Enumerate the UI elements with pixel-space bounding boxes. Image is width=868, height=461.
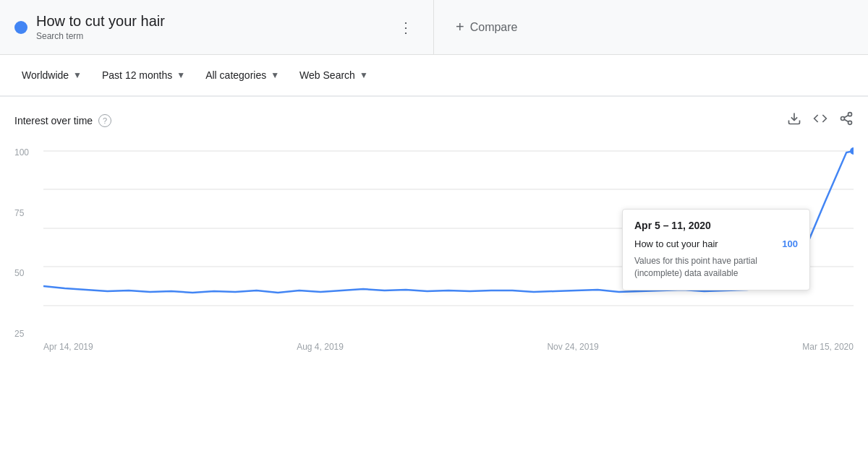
location-filter[interactable]: Worldwide ▼ <box>14 65 89 85</box>
svg-point-3 <box>848 121 852 124</box>
chart-actions <box>787 111 854 129</box>
tooltip-note: Values for this point have partial (inco… <box>634 255 798 280</box>
y-label-75: 75 <box>14 208 43 218</box>
more-options-icon[interactable]: ⋮ <box>393 16 419 39</box>
categories-filter[interactable]: All categories ▼ <box>198 65 286 85</box>
plus-icon: + <box>456 19 464 35</box>
chart-tooltip: Apr 5 – 11, 2020 How to cut your hair 10… <box>622 209 810 290</box>
embed-icon[interactable] <box>813 111 827 129</box>
search-type-filter-label: Web Search <box>299 69 355 81</box>
x-label-aug2019: Aug 4, 2019 <box>297 342 344 352</box>
x-label-apr2019: Apr 14, 2019 <box>43 342 93 352</box>
period-filter-label: Past 12 months <box>102 69 172 81</box>
chart-section: Interest over time ? 100 75 50 25 <box>0 97 868 389</box>
compare-label: Compare <box>470 21 518 34</box>
compare-section[interactable]: + Compare <box>434 6 540 48</box>
search-type-filter[interactable]: Web Search ▼ <box>292 65 375 85</box>
search-term-title: How to cut your hair <box>36 13 384 30</box>
tooltip-date-range: Apr 5 – 11, 2020 <box>634 220 798 231</box>
x-label-nov2019: Nov 24, 2019 <box>547 342 598 352</box>
period-chevron-icon: ▼ <box>176 70 185 80</box>
filter-bar: Worldwide ▼ Past 12 months ▼ All categor… <box>0 55 868 97</box>
term-text: How to cut your hair Search term <box>36 13 384 41</box>
svg-point-11 <box>850 147 854 155</box>
search-term-section: How to cut your hair Search term ⋮ <box>0 0 434 54</box>
term-indicator-dot <box>14 21 27 34</box>
tooltip-term-value: 100 <box>782 238 798 249</box>
svg-line-4 <box>844 119 848 121</box>
svg-point-2 <box>841 117 845 121</box>
y-label-100: 100 <box>14 147 43 158</box>
tooltip-data-row: How to cut your hair 100 <box>634 238 798 249</box>
x-axis-labels: Apr 14, 2019 Aug 4, 2019 Nov 24, 2019 Ma… <box>14 339 854 352</box>
categories-filter-label: All categories <box>205 69 266 81</box>
chart-container: 100 75 50 25 Apr 14, 2019 Aug 4, 2019 No… <box>14 137 854 382</box>
location-filter-label: Worldwide <box>22 69 69 81</box>
period-filter[interactable]: Past 12 months ▼ <box>95 65 192 85</box>
location-chevron-icon: ▼ <box>73 70 82 80</box>
y-axis-labels: 100 75 50 25 <box>14 144 43 339</box>
categories-chevron-icon: ▼ <box>271 70 279 80</box>
tooltip-term-name: How to cut your hair <box>634 238 718 249</box>
share-icon[interactable] <box>839 111 854 129</box>
x-label-mar2020: Mar 15, 2020 <box>802 342 854 352</box>
search-type-chevron-icon: ▼ <box>359 70 368 80</box>
search-term-subtitle: Search term <box>36 31 384 41</box>
chart-title: Interest over time <box>14 115 93 126</box>
y-label-25: 25 <box>14 329 43 339</box>
download-icon[interactable] <box>787 111 801 129</box>
svg-point-1 <box>848 113 852 116</box>
y-label-50: 50 <box>14 268 43 278</box>
help-icon[interactable]: ? <box>98 114 111 127</box>
svg-line-5 <box>844 115 848 117</box>
top-bar: How to cut your hair Search term ⋮ + Com… <box>0 0 868 55</box>
chart-header: Interest over time ? <box>14 111 854 129</box>
chart-title-group: Interest over time ? <box>14 114 111 127</box>
